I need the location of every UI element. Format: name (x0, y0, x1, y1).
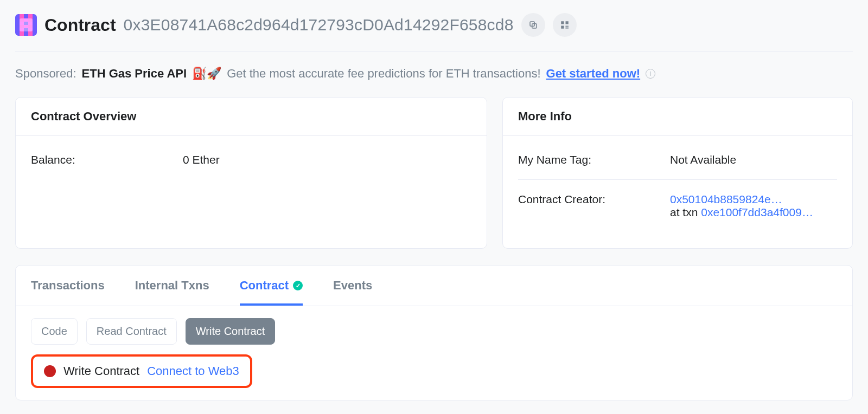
sponsored-banner: Sponsored: ETH Gas Price API ⛽🚀 Get the … (15, 67, 853, 81)
contract-address: 0x3E08741A68c2d964d172793cD0Ad14292F658c… (124, 16, 514, 34)
nametag-value: Not Available (670, 153, 837, 166)
svg-rect-2 (561, 21, 564, 24)
main-tabs: Transactions Internal Txns Contract ✓ Ev… (16, 266, 852, 306)
contract-subtabs: Code Read Contract Write Contract (16, 306, 852, 354)
info-cards-row: Contract Overview Balance: 0 Ether More … (15, 97, 853, 249)
more-info-title: More Info (503, 98, 852, 136)
svg-rect-7 (567, 26, 568, 27)
copy-icon (528, 20, 538, 30)
page-header: Contract 0x3E08741A68c2d964d172793cD0Ad1… (15, 13, 853, 51)
subtab-write-contract[interactable]: Write Contract (186, 318, 275, 345)
qr-code-icon (560, 20, 570, 30)
creator-txn-link[interactable]: 0xe100f7dd3a4f009… (701, 206, 813, 218)
creator-label: Contract Creator: (518, 193, 670, 206)
balance-row: Balance: 0 Ether (31, 148, 471, 172)
nametag-row: My Name Tag: Not Available (518, 148, 837, 172)
write-contract-label: Write Contract (63, 364, 139, 378)
svg-rect-6 (567, 28, 568, 29)
sponsored-cta-link[interactable]: Get started now! (546, 67, 641, 81)
qr-code-button[interactable] (553, 13, 577, 37)
tab-events[interactable]: Events (333, 266, 372, 306)
sponsored-text: Get the most accurate fee predictions fo… (227, 67, 540, 81)
contract-overview-card: Contract Overview Balance: 0 Ether (15, 97, 487, 249)
header-divider (15, 51, 853, 51)
tab-internal-txns[interactable]: Internal Txns (135, 266, 209, 306)
subtab-code[interactable]: Code (31, 318, 78, 345)
write-contract-connect-box: Write Contract Connect to Web3 (31, 354, 252, 388)
creator-address-link[interactable]: 0x50104b8859824e… (670, 193, 782, 205)
tab-transactions[interactable]: Transactions (31, 266, 105, 306)
svg-rect-8 (565, 28, 566, 29)
svg-rect-5 (565, 26, 566, 27)
sponsored-emojis: ⛽🚀 (192, 67, 221, 81)
creator-value: 0x50104b8859824e… at txn 0xe100f7dd3a4f0… (670, 193, 837, 219)
balance-label: Balance: (31, 153, 183, 166)
verified-icon: ✓ (293, 281, 303, 290)
info-icon[interactable]: i (646, 69, 655, 79)
sponsored-brand: ETH Gas Price API (82, 67, 187, 81)
creator-row: Contract Creator: 0x50104b8859824e… at t… (518, 179, 837, 224)
svg-rect-3 (565, 21, 568, 24)
nametag-label: My Name Tag: (518, 153, 670, 166)
more-info-card: More Info My Name Tag: Not Available Con… (502, 97, 853, 249)
connection-status-dot-icon (44, 365, 56, 377)
page-title: Contract (44, 15, 116, 35)
detail-tabs-card: Transactions Internal Txns Contract ✓ Ev… (15, 265, 853, 400)
contract-overview-title: Contract Overview (16, 98, 487, 136)
svg-rect-4 (561, 26, 564, 29)
subtab-read-contract[interactable]: Read Contract (86, 318, 177, 345)
balance-value: 0 Ether (183, 153, 471, 166)
at-txn-prefix: at txn (670, 206, 701, 218)
tab-contract[interactable]: Contract ✓ (240, 266, 303, 306)
connect-to-web3-link[interactable]: Connect to Web3 (147, 364, 239, 378)
sponsored-label: Sponsored: (15, 67, 76, 81)
contract-identicon (15, 14, 37, 36)
tab-contract-label: Contract (240, 279, 289, 293)
copy-address-button[interactable] (521, 13, 545, 37)
